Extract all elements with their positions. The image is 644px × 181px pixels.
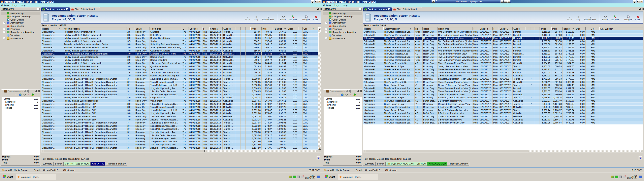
session-tab[interactable]: Acc 4A MCO [75,162,90,166]
column-header[interactable]: Check Out [499,27,512,30]
basket-button[interactable]: Basket [602,15,608,21]
sidebar-item[interactable]: + Quick Quotes [323,18,362,21]
info-button[interactable]: i [316,156,320,160]
booking-line[interactable]: Extras 0.00 [2,97,40,100]
table-row[interactable]: KissimmeeThe Grove Resort and Spa4.0Buff… [363,118,643,122]
table-row[interactable]: Orlando (FL)The Grove Resort and Spa4sta… [363,30,643,34]
quote-icon[interactable] [19,94,22,96]
table-row[interactable]: Clearwater ...Homewood Suites By Hilton … [41,109,318,112]
table-row[interactable]: Clearwater ...Ramada Limited Clearwater … [41,46,318,49]
session-tab[interactable]: Financial Summary [448,162,469,166]
table-row[interactable]: Clearwater ...Holiday Inn and Suites Har… [41,65,318,68]
sidebar-item[interactable]: + New Booking [1,12,40,15]
pin-icon[interactable] [432,0,435,2]
scrollbar-thumb[interactable] [318,33,321,52]
table-row[interactable]: Clearwater ...Homewood Suites by Hilton … [41,90,318,93]
stop-button[interactable]: Stop [575,15,582,21]
close-icon[interactable]: × [66,8,68,10]
volume-muted-tray-icon[interactable] [301,176,304,178]
close-icon[interactable]: × [347,90,350,92]
holiday-icon[interactable] [354,94,356,96]
column-header[interactable]: Basket [273,27,287,30]
table-row[interactable]: Clearwater ...Holiday Inn and Suites Har… [41,68,318,71]
sidebar-item[interactable]: + Maintenance [1,37,40,40]
column-header[interactable]: Act. Supplier [599,27,643,30]
restore-icon[interactable] [504,0,507,2]
column-header[interactable]: Accommodation [384,27,414,30]
session-tab[interactable]: Car TPA [64,162,75,166]
sidebar-item[interactable]: + Quick Quotes [1,18,40,21]
menu-item[interactable]: Help [343,4,348,6]
quote-icon[interactable] [341,94,344,96]
info-icon[interactable]: i [36,94,38,96]
table-row[interactable]: Clearwater ...Homewood Suites by Hilton … [41,87,318,90]
vertical-scrollbar[interactable]: ▲ ▼ [318,30,321,150]
sidebar-item[interactable]: + Viewdata [1,34,40,37]
column-header[interactable]: NR [241,27,246,30]
table-row[interactable]: Orlando (FL)The Grove Resort and Spa4sta… [363,58,643,62]
column-header[interactable]: Rati... [414,27,422,30]
column-header[interactable]: Of [298,27,303,30]
column-header[interactable]: DOW [493,27,499,30]
table-row[interactable]: Orlando Ar...The Grove Resort & Spa4.0Ro… [363,81,643,84]
column-header[interactable]: Rati... [127,27,135,30]
table-row[interactable]: Clearwater ...Homewood Suites By Hilton … [41,112,318,115]
table-row[interactable]: Clearwater ...Holiday Inn Hotel & Suites… [41,71,318,74]
table-row[interactable]: Clearwater ...Holiday Inn Hotel & Suites… [41,74,318,78]
facilities-filter-button[interactable]: Facilities Filter [262,15,275,21]
taskbar-app-button[interactable]: Interactive - Ocea... [338,174,378,180]
restore-icon[interactable] [319,8,322,10]
minimize-icon[interactable] [356,90,359,92]
column-header[interactable]: DOW [473,27,479,30]
menu-item[interactable]: Options [323,4,331,6]
booking-line[interactable]: Payments 0.00 [324,103,362,106]
column-header[interactable]: Basket [563,27,575,30]
booking-contents-tab[interactable]: Booking contents × [324,90,350,93]
column-header[interactable]: Contract [303,27,312,30]
network-card-tray-icon[interactable] [293,176,296,178]
stop-button[interactable]: Stop [253,15,260,21]
table-row[interactable]: Clearwater ...Homewood Suites by Hilton … [41,93,318,96]
restore-icon[interactable] [359,90,362,92]
minimize-icon[interactable] [633,0,636,3]
column-header[interactable]: Check Out [209,27,222,30]
close-icon[interactable]: × [507,0,510,2]
restore-icon[interactable] [37,90,40,92]
booking-line[interactable]: Extras 0.00 [324,97,362,100]
start-button[interactable]: Start [322,174,337,180]
session-tab[interactable]: Summary [41,162,54,166]
scroll-right-icon[interactable]: ► [640,150,643,152]
column-header[interactable]: MS [246,27,250,30]
table-row[interactable]: Clearwater ...Homewood Suites by Hilton … [41,128,318,131]
table-row[interactable]: Clearwater ...Holiday Inn and Suites Har… [41,49,318,52]
minimize-icon[interactable] [311,0,314,3]
table-row[interactable]: Clearwater ...Homewood Suites by Hilton … [41,137,318,140]
expand-icon[interactable]: + [325,37,328,40]
table-row[interactable]: Clearwater ...Homewood Suites by Hilton … [41,121,318,124]
nett-price-button[interactable]: Nett Price [288,15,298,21]
info-button[interactable]: i [638,156,642,160]
column-header[interactable]: Contract [590,27,599,30]
sidebar-item[interactable]: + Completed Bookings [323,15,362,18]
column-header[interactable]: Discount [575,27,586,30]
document-tab[interactable]: Direct Clients Search × [392,7,422,11]
minimize-icon[interactable] [316,8,318,10]
taskbar-app-button[interactable]: Interactive - Ocea... [16,174,56,180]
table-row[interactable]: KissimmeeThe Grove Resort and Spa4.0Buff… [363,121,643,124]
table-row[interactable]: Orlando Ar...The Grove Resort & Spa4.0Ro… [363,36,643,40]
nett-price-button[interactable]: Nett Price [610,15,620,21]
expand-icon[interactable]: + [325,22,328,24]
table-row[interactable]: Clearwater ...Holiday Inn Hotel & Suites… [41,96,318,99]
table-row[interactable]: KissimmeeThe Grove Resort and Spa4.0Room… [363,74,643,78]
sidebar-item[interactable]: + Reporting and Analytics [1,30,40,34]
column-header[interactable]: Board [422,27,438,30]
column-header[interactable]: Accommodation [63,27,127,30]
column-header[interactable]: Incl.Fl.PP [262,27,273,30]
booking-contents-tab[interactable]: Booking contents × [2,90,28,93]
table-row[interactable]: Clearwater ...Homewood Suites By Hilton … [41,115,318,118]
basket-button[interactable]: Basket [280,15,286,21]
sidebar-item[interactable]: + Administrator [1,21,40,24]
table-row[interactable]: Clearwater ...Holiday Inn Hotel & Suites… [41,58,318,62]
column-header[interactable]: Check In [189,27,202,30]
antivirus-tray-icon[interactable] [611,176,614,178]
